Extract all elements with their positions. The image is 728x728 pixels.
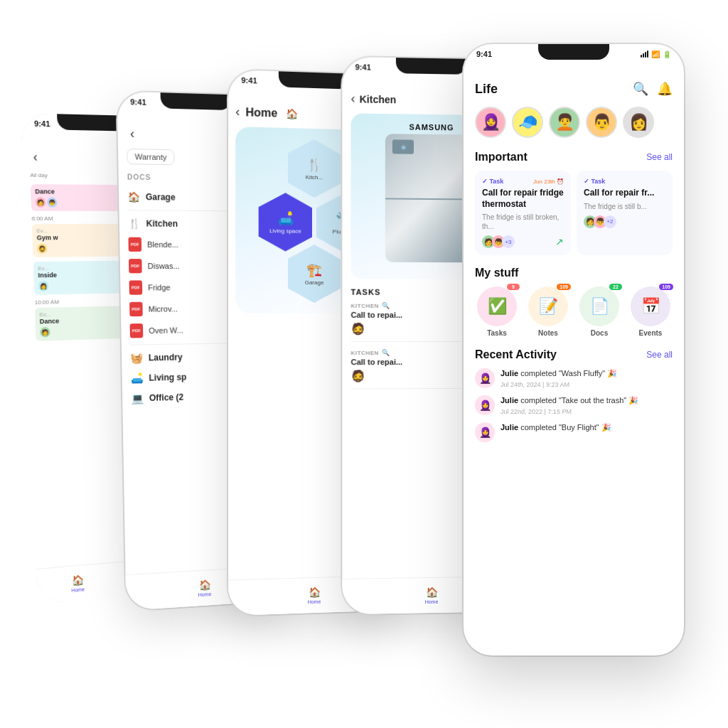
docs-icon: 📄: [590, 297, 609, 316]
home-icon-1: 🏠: [72, 574, 85, 587]
home-title: Home: [245, 106, 277, 119]
avatar-small: 🧔: [37, 243, 48, 253]
notes-icon: 📝: [539, 297, 558, 316]
story-4[interactable]: 👨: [586, 107, 617, 138]
warranty-tag[interactable]: Warranty: [127, 149, 174, 165]
stuff-notes[interactable]: 📝 109 Notes: [526, 287, 570, 337]
story-5[interactable]: 👩: [623, 107, 654, 138]
living-label: Living sp: [149, 372, 186, 382]
pdf-icon-1: PDF: [128, 237, 141, 252]
mystuff-section: My stuff ✅ 9 Tasks 📝 109: [475, 267, 673, 337]
office-icon: 💻: [131, 392, 144, 405]
living-icon-2: 🛋️: [131, 373, 144, 385]
battery-icon: 🔋: [663, 50, 671, 58]
activity-time-1: Jul 24th, 2024 | 9:23 AM: [500, 381, 617, 388]
phone-life: 9:41 📶 🔋 Life 🔍 🔔: [464, 44, 684, 655]
activity-info-1: Julie completed "Wash Fluffy" 🎉 Jul 24th…: [500, 368, 617, 387]
activity-text-3: Julie completed "Buy Flight" 🎉: [500, 422, 611, 433]
file-name-1: Blende...: [147, 240, 178, 249]
activity-section-header: Recent Activity See all: [475, 348, 673, 361]
time-3: 9:41: [241, 76, 257, 85]
stuff-row: ✅ 9 Tasks 📝 109 Notes �: [475, 287, 673, 337]
nav-home-3[interactable]: 🏠 Home: [308, 587, 321, 605]
time-5: 9:41: [476, 50, 492, 58]
story-3[interactable]: 🧑‍🦱: [549, 107, 580, 138]
notes-circle: 📝 109: [528, 287, 568, 326]
card-desc-1: The fridge is still broken, th...: [482, 213, 564, 231]
pdf-icon-4: PDF: [129, 302, 143, 316]
see-all-important[interactable]: See all: [646, 152, 673, 162]
search-button[interactable]: 🔍: [633, 81, 648, 97]
nav-home-label-3: Home: [308, 599, 321, 605]
task-card-2[interactable]: ✓ Task Call for repair fr... The fridge …: [577, 171, 673, 255]
card-plus-1: +3: [502, 235, 515, 248]
kitchen-icon-2: 🍴: [128, 218, 141, 229]
nav-home-1[interactable]: 🏠 Home: [71, 574, 85, 593]
docs-circle: 📄 22: [579, 287, 619, 326]
hex-living[interactable]: 🛋️ Living space: [259, 193, 312, 252]
see-all-activity[interactable]: See all: [646, 350, 673, 360]
kitchen-hex-icon: 🍴: [306, 156, 322, 172]
back-btn-4[interactable]: ‹: [351, 91, 355, 106]
activity-time-2: Jul 22nd, 2022 | 7:15 PM: [500, 408, 638, 415]
wifi-icon: 📶: [651, 50, 660, 58]
activity-text-2: Julie completed "Take out the trash" 🎉: [500, 395, 638, 406]
scene: 9:41 ‹ All day Dance 🧑 👦 6:00 AM Ev... G…: [23, 44, 705, 684]
file-name-2: Diswas...: [148, 262, 180, 270]
activity-name-3: Julie: [500, 423, 518, 432]
file-name-5: Oven W...: [149, 326, 183, 335]
story-1[interactable]: 🧕: [475, 107, 506, 138]
card-footer-2: 🧑 👦 +2: [584, 215, 665, 228]
card-meta-1: ✓ Task Jun 23th ⏰: [482, 178, 564, 185]
laundry-icon: 🧺: [130, 352, 143, 364]
card-footer-1: 🧑 👦 +3 ↗: [482, 235, 564, 248]
home-icon-4: 🏠: [426, 587, 438, 598]
search-icon-task-1: 🔍: [382, 302, 390, 309]
office-label: Office (2: [149, 392, 184, 403]
living-hex-label: Living space: [267, 228, 304, 235]
task-user-avatar-1: 🧔: [351, 323, 365, 335]
events-circle: 📅 109: [631, 287, 670, 326]
stories-row: 🧕 🧢 🧑‍🦱 👨 👩: [475, 107, 673, 138]
life-header: Life 🔍 🔔: [475, 81, 673, 97]
file-name-3: Fridge: [148, 283, 171, 291]
activity-avatar-2: 🧕: [475, 395, 495, 415]
bar1: [641, 55, 642, 58]
activity-name-2: Julie: [500, 396, 518, 405]
nav-home-4[interactable]: 🏠 Home: [425, 587, 439, 604]
story-2[interactable]: 🧢: [512, 107, 543, 138]
story-face-3: 🧑‍🦱: [550, 108, 579, 136]
recent-label: Recent Activity: [475, 348, 557, 361]
hex-garage[interactable]: 🏗️ Garage: [287, 245, 341, 304]
back-btn-3[interactable]: ‹: [235, 105, 240, 119]
kitchen-label-2: Kitchen: [146, 218, 178, 228]
fridge-panel: ❄️: [392, 139, 414, 154]
notes-label: Notes: [538, 329, 558, 337]
activity-name-1: Julie: [500, 369, 518, 378]
tasks-label: Tasks: [487, 329, 507, 337]
card-date-1: Jun 23th ⏰: [533, 178, 564, 185]
story-face-2: 🧢: [513, 108, 542, 136]
nav-home-label-2: Home: [198, 592, 212, 597]
task-cards-row: ✓ Task Jun 23th ⏰ Call for repair fridge…: [475, 171, 673, 255]
stuff-tasks[interactable]: ✅ 9 Tasks: [475, 287, 519, 337]
activity-info-3: Julie completed "Buy Flight" 🎉: [500, 422, 611, 433]
avatar-small: 🧑: [36, 197, 46, 207]
garage-label: Garage: [146, 192, 176, 203]
pdf-icon-2: PDF: [129, 259, 142, 273]
hex-kitchen[interactable]: 🍴 Kitch...: [287, 139, 341, 198]
pdf-icon-3: PDF: [129, 280, 143, 294]
nav-home-2[interactable]: 🏠 Home: [198, 579, 211, 597]
laundry-label: Laundry: [149, 352, 183, 363]
task-user-avatar-2: 🧔: [351, 370, 365, 382]
events-label: Events: [639, 329, 663, 337]
notch-5: [538, 44, 609, 60]
status-icons-5: 📶 🔋: [641, 50, 671, 58]
time-4: 9:41: [355, 63, 371, 71]
garage-icon: 🏠: [127, 191, 140, 203]
card-avatars-2: 🧑 👦 +2: [584, 215, 616, 228]
task-card-1[interactable]: ✓ Task Jun 23th ⏰ Call for repair fridge…: [475, 171, 571, 255]
stuff-docs[interactable]: 📄 22 Docs: [577, 287, 621, 337]
bell-button[interactable]: 🔔: [657, 81, 673, 97]
stuff-events[interactable]: 📅 109 Events: [628, 287, 673, 337]
